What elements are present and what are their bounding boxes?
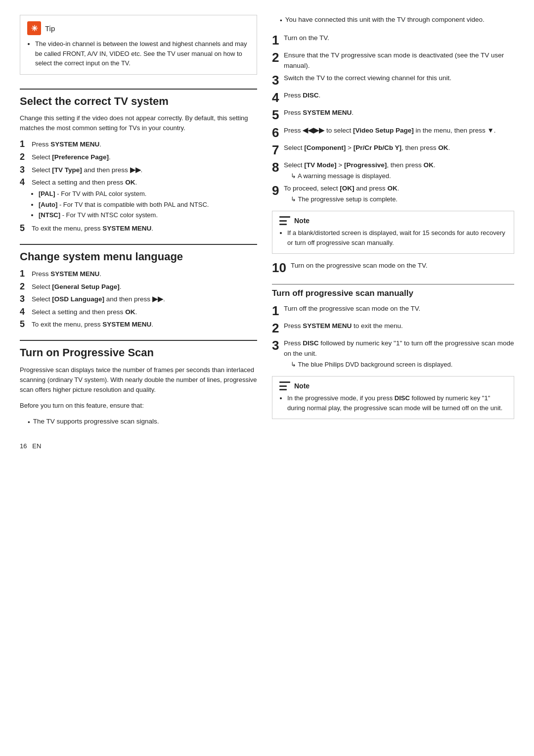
step-number-10: 10: [272, 261, 287, 275]
step-content: Press SYSTEM MENU to exit the menu.: [284, 321, 514, 336]
bold: [Pr/Cr Pb/Cb Y]: [354, 144, 401, 151]
step: 8 Select [TV Mode] > [Progressive], then…: [272, 160, 514, 181]
step: 5 To exit the menu, press SYSTEM MENU.: [20, 319, 257, 330]
step-number: 5: [20, 319, 29, 330]
section2-title: Change system menu language: [20, 244, 257, 264]
step-arrow: The blue Philips DVD background screen i…: [291, 360, 514, 370]
bold: SYSTEM MENU: [102, 225, 151, 232]
page-num-value: 16: [20, 442, 27, 450]
bullet-dot: •: [280, 16, 282, 26]
note-icon: [279, 216, 290, 225]
step-content: Select a setting and then press OK. [PAL…: [32, 177, 257, 221]
section1-title: Select the correct TV system: [20, 89, 257, 109]
step: 4 Select a setting and then press OK.: [20, 307, 257, 318]
before-bullets: • The TV supports progressive scan signa…: [20, 417, 257, 427]
note-icon: [279, 381, 290, 390]
section1-desc: Change this setting if the video does no…: [20, 113, 257, 133]
sub-section-title: Turn off progressive scan manually: [272, 284, 514, 298]
step-number: 5: [20, 223, 29, 234]
step-number: 1: [272, 33, 281, 48]
note-box-2: Note In the progressive mode, if you pre…: [272, 376, 514, 419]
note-icon-line: [279, 220, 287, 222]
step-content: Press ◀◀▶▶ to select [Video Setup Page] …: [284, 125, 514, 141]
step-content: Select [TV Type] and then press ▶▶.: [32, 165, 257, 176]
bold: SYSTEM MENU: [50, 141, 99, 148]
tip-text: The video-in channel is between the lowe…: [35, 39, 250, 68]
step-content: Turn on the TV.: [284, 33, 514, 48]
left-column: ✳ Tip The video-in channel is between th…: [20, 15, 257, 736]
step-number: 3: [20, 294, 29, 305]
step: 9 To proceed, select [OK] and press OK. …: [272, 183, 514, 204]
step: 2 Ensure that the TV progressive scan mo…: [272, 50, 514, 71]
list-item: [PAL] - For TV with PAL color system.: [39, 189, 257, 199]
tip-content: The video-in channel is between the lowe…: [27, 39, 250, 68]
step-content: Select [General Setup Page].: [32, 282, 257, 292]
section-tv-system: Select the correct TV system Change this…: [20, 89, 257, 234]
section2-steps: 1 Press SYSTEM MENU. 2 Select [General S…: [20, 269, 257, 330]
step-content: Press SYSTEM MENU.: [32, 139, 257, 150]
step: 3 Select [OSD Language] and then press ▶…: [20, 294, 257, 305]
step-content: Turn off the progressive scan mode on th…: [284, 303, 514, 319]
step: 1 Turn off the progressive scan mode on …: [272, 303, 514, 319]
page: ✳ Tip The video-in channel is between th…: [0, 0, 534, 756]
step-content: Select [OSD Language] and then press ▶▶.: [32, 294, 257, 305]
tip-icon: ✳: [27, 21, 41, 35]
step-content: To exit the menu, press SYSTEM MENU.: [32, 319, 257, 330]
step-number: 2: [272, 50, 281, 71]
step: 7 Select [Component] > [Pr/Cr Pb/Cb Y], …: [272, 142, 514, 158]
bold: OK: [125, 308, 135, 316]
note-text: If a blank/distorted screen is displayed…: [287, 228, 507, 247]
step-content: To exit the menu, press SYSTEM MENU.: [32, 223, 257, 234]
bullet-text: The TV supports progressive scan signals…: [33, 417, 159, 427]
step-content: Ensure that the TV progressive scan mode…: [284, 50, 514, 71]
step-number: 4: [20, 307, 29, 318]
bold: [NTSC]: [39, 211, 60, 219]
note-title: Note: [294, 382, 310, 390]
step-bullets: [PAL] - For TV with PAL color system. [A…: [32, 189, 257, 220]
bullet-text: You have connected this unit with the TV…: [285, 15, 485, 26]
list-item: [Auto] - For TV that is compatible with …: [39, 200, 257, 210]
section-progressive: Turn on Progressive Scan Progressive sca…: [20, 340, 257, 427]
list-item: [NTSC] - For TV with NTSC color system.: [39, 210, 257, 220]
step: 4 Select a setting and then press OK. [P…: [20, 177, 257, 221]
right-bullets-top: • You have connected this unit with the …: [272, 15, 514, 26]
step-content: Select [Component] > [Pr/Cr Pb/Cb Y], th…: [284, 142, 514, 158]
note-header: Note: [279, 216, 507, 225]
step: 2 Select [General Setup Page].: [20, 282, 257, 292]
step-content: Switch the TV to the correct viewing cha…: [284, 73, 514, 88]
step-content: To proceed, select [OK] and press OK. Th…: [284, 183, 514, 204]
bold: OK: [438, 144, 448, 151]
step-number: 1: [272, 303, 281, 319]
step-number: 1: [20, 139, 29, 150]
step-number: 2: [272, 321, 281, 336]
step-number: 9: [272, 183, 281, 204]
step-content: Press DISC followed by numeric key "1" t…: [284, 338, 514, 369]
step-arrow: A warning message is displayed.: [291, 171, 514, 181]
bullet-dot: •: [28, 418, 30, 427]
step-content: Press DISC.: [284, 90, 514, 105]
bold: ◀◀▶▶: [303, 127, 324, 134]
bold: [PAL]: [39, 190, 55, 197]
bold: SYSTEM MENU: [50, 270, 99, 278]
step: 1 Turn on the TV.: [272, 33, 514, 48]
step-number: 1: [20, 269, 29, 280]
step-content: Select [Preference Page].: [32, 152, 257, 163]
step-number: 5: [272, 107, 281, 123]
step-content: Press SYSTEM MENU.: [284, 107, 514, 123]
progressive-steps: 1 Turn on the TV. 2 Ensure that the TV p…: [272, 33, 514, 204]
note-content: In the progressive mode, if you press DI…: [279, 393, 507, 413]
step-number: 3: [20, 165, 29, 176]
section-language: Change system menu language 1 Press SYST…: [20, 244, 257, 331]
bold: [General Setup Page]: [52, 283, 120, 290]
step: 3 Press DISC followed by numeric key "1"…: [272, 338, 514, 369]
step: 6 Press ◀◀▶▶ to select [Video Setup Page…: [272, 125, 514, 141]
page-number: 16 EN: [20, 442, 257, 450]
step-number: 4: [20, 177, 29, 221]
bold: ▼: [487, 127, 493, 134]
bold: [Preference Page]: [52, 153, 109, 161]
note-header: Note: [279, 381, 507, 390]
note-icon-line: [279, 385, 287, 387]
step-number: 2: [20, 152, 29, 163]
note-icon-line: [279, 381, 290, 383]
step-content: Press SYSTEM MENU.: [32, 269, 257, 280]
